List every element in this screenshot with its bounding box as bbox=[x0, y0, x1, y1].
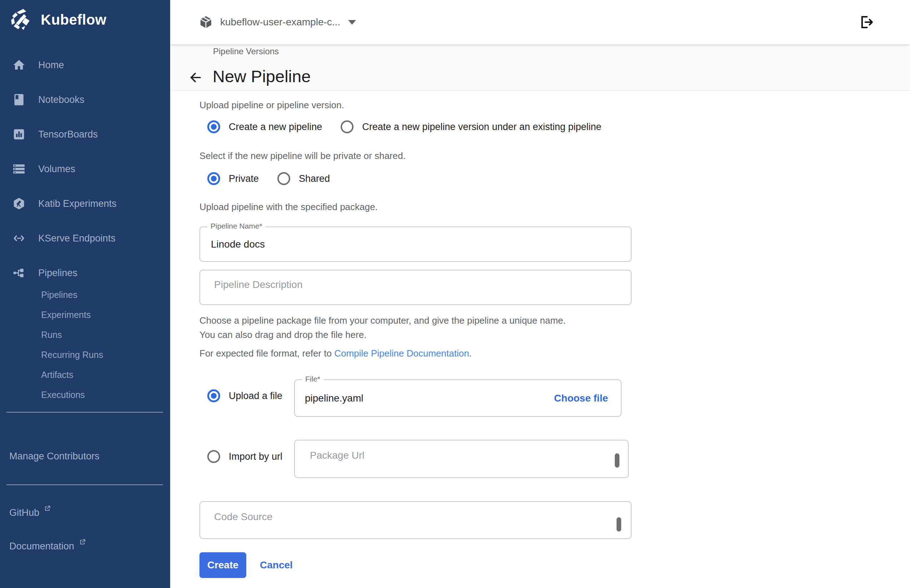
radio-create-new-pipeline[interactable] bbox=[207, 120, 220, 133]
radio-create-pipeline-version[interactable] bbox=[341, 120, 353, 133]
namespace-selector[interactable]: kubeflow-user-example-c... bbox=[199, 0, 356, 44]
sidebar-item-label: Katib Experiments bbox=[38, 198, 117, 209]
sidebar-item-label: Home bbox=[38, 60, 64, 71]
radio-label[interactable]: Import by url bbox=[229, 451, 282, 462]
sidebar-item-label: Documentation bbox=[9, 541, 74, 552]
file-format-suffix: . bbox=[469, 348, 471, 359]
sidebar-subitem-runs[interactable]: Runs bbox=[41, 325, 62, 345]
sidebar-subitem-label: Artifacts bbox=[41, 370, 73, 380]
external-link-icon bbox=[44, 505, 51, 512]
compile-pipeline-documentation-link[interactable]: Compile Pipeline Documentation bbox=[334, 348, 469, 359]
external-link-icon bbox=[79, 538, 86, 546]
package-url-field[interactable]: Package Url bbox=[294, 440, 629, 478]
top-bar: kubeflow-user-example-c... bbox=[170, 0, 910, 44]
logo-text: Kubeflow bbox=[41, 12, 107, 28]
sidebar-item-katib-experiments[interactable]: Katib Experiments bbox=[0, 186, 170, 221]
sidebar-item-label: GitHub bbox=[9, 507, 39, 519]
breadcrumb[interactable]: Pipeline Versions bbox=[213, 47, 279, 57]
sidebar-item-documentation[interactable]: Documentation bbox=[9, 541, 86, 552]
choose-file-button[interactable]: Choose file bbox=[554, 393, 608, 404]
radio-label[interactable]: Private bbox=[229, 173, 259, 184]
scrollbar-thumb[interactable] bbox=[615, 453, 619, 468]
file-field-label: File* bbox=[302, 375, 324, 383]
file-field-value: pipeline.yaml bbox=[305, 393, 363, 404]
sidebar-divider bbox=[6, 485, 163, 485]
package-cube-icon bbox=[199, 15, 213, 29]
import-by-url-radio-row: Import by url bbox=[207, 450, 282, 463]
sidebar-subitem-pipelines[interactable]: Pipelines bbox=[41, 285, 77, 305]
sidebar-subitem-experiments[interactable]: Experiments bbox=[41, 305, 91, 325]
pipeline-type-radio-group: Create a new pipeline Create a new pipel… bbox=[207, 120, 602, 133]
sidebar-subitem-label: Runs bbox=[41, 330, 62, 340]
sidebar-item-notebooks[interactable]: Notebooks bbox=[0, 82, 170, 117]
pipeline-name-field[interactable]: Pipeline Name* Linode docs bbox=[199, 226, 631, 262]
sidebar-item-label: Pipelines bbox=[38, 268, 78, 279]
pipeline-name-value: Linode docs bbox=[211, 239, 265, 250]
katib-hexagon-icon bbox=[12, 197, 26, 211]
radio-label[interactable]: Create a new pipeline version under an e… bbox=[362, 121, 601, 132]
code-source-field[interactable]: Code Source bbox=[199, 501, 631, 539]
radio-upload-a-file[interactable] bbox=[207, 389, 220, 402]
radio-import-by-url[interactable] bbox=[207, 450, 220, 463]
radio-label[interactable]: Shared bbox=[299, 173, 330, 184]
sidebar-item-label: TensorBoards bbox=[38, 129, 98, 140]
kubeflow-logo-icon bbox=[9, 8, 33, 31]
arrow-left-icon bbox=[188, 70, 203, 85]
page-header: Pipeline Versions New Pipeline bbox=[170, 44, 910, 91]
code-source-placeholder: Code Source bbox=[214, 511, 272, 523]
cancel-button[interactable]: Cancel bbox=[260, 559, 293, 571]
radio-private[interactable] bbox=[207, 172, 220, 185]
sidebar-item-pipelines[interactable]: Pipelines bbox=[0, 256, 170, 290]
pipeline-name-label: Pipeline Name* bbox=[207, 222, 266, 230]
sidebar-item-label: Volumes bbox=[38, 164, 75, 175]
back-button[interactable] bbox=[188, 70, 203, 85]
namespace-label: kubeflow-user-example-c... bbox=[220, 16, 340, 28]
page-title: New Pipeline bbox=[213, 66, 311, 86]
choose-file-help-line1: Choose a pipeline package file from your… bbox=[199, 313, 566, 328]
choose-file-help-text: Choose a pipeline package file from your… bbox=[199, 313, 566, 342]
package-prompt-text: Upload pipeline with the specified packa… bbox=[199, 202, 378, 213]
sidebar-subitem-label: Experiments bbox=[41, 310, 91, 320]
file-format-text: For expected file format, refer to Compi… bbox=[199, 348, 472, 359]
storage-icon bbox=[12, 162, 26, 176]
pipeline-description-field[interactable]: Pipeline Description bbox=[199, 270, 631, 305]
choose-file-help-line2: You can also drag and drop the file here… bbox=[199, 328, 566, 342]
scrollbar-thumb[interactable] bbox=[617, 517, 621, 531]
chevron-down-icon bbox=[348, 20, 356, 25]
bar-chart-icon bbox=[12, 127, 26, 141]
sidebar: Kubeflow Home Notebooks TensorBoards Vol bbox=[0, 0, 170, 588]
sidebar-subitem-artifacts[interactable]: Artifacts bbox=[41, 365, 73, 385]
sidebar-divider bbox=[6, 412, 163, 413]
file-field[interactable]: File* pipeline.yaml Choose file bbox=[294, 380, 622, 417]
sidebar-item-home[interactable]: Home bbox=[0, 48, 170, 82]
kubeflow-logo[interactable]: Kubeflow bbox=[9, 8, 107, 31]
sidebar-item-kserve-endpoints[interactable]: KServe Endpoints bbox=[0, 221, 170, 255]
sidebar-subitem-label: Recurring Runs bbox=[41, 350, 103, 360]
radio-shared[interactable] bbox=[277, 172, 290, 185]
sidebar-item-github[interactable]: GitHub bbox=[9, 507, 51, 519]
pipelines-flow-icon bbox=[12, 266, 26, 280]
upload-file-radio-row: Upload a file bbox=[207, 389, 282, 402]
package-url-placeholder: Package Url bbox=[310, 450, 364, 461]
sidebar-item-manage-contributors[interactable]: Manage Contributors bbox=[9, 451, 99, 462]
code-arrows-icon bbox=[12, 231, 26, 246]
sidebar-item-tensorboards[interactable]: TensorBoards bbox=[0, 117, 170, 152]
sidebar-subitem-label: Executions bbox=[41, 390, 85, 400]
logout-icon bbox=[858, 14, 875, 31]
sidebar-item-label: KServe Endpoints bbox=[38, 233, 115, 244]
sidebar-item-label: Notebooks bbox=[38, 94, 84, 105]
sidebar-item-label: Manage Contributors bbox=[9, 451, 99, 462]
create-button[interactable]: Create bbox=[199, 552, 246, 578]
sidebar-subitem-executions[interactable]: Executions bbox=[41, 385, 85, 405]
visibility-radio-group: Private Shared bbox=[207, 172, 330, 185]
sidebar-item-volumes[interactable]: Volumes bbox=[0, 152, 170, 186]
radio-label[interactable]: Upload a file bbox=[229, 391, 282, 402]
radio-label[interactable]: Create a new pipeline bbox=[229, 121, 322, 132]
kubeflow-new-pipeline-page: Kubeflow Home Notebooks TensorBoards Vol bbox=[0, 0, 910, 588]
sidebar-subitem-label: Pipelines bbox=[41, 290, 77, 300]
visibility-prompt-text: Select if the new pipeline will be priva… bbox=[199, 150, 406, 162]
notebook-icon bbox=[12, 92, 26, 107]
logout-button[interactable] bbox=[858, 14, 875, 31]
home-icon bbox=[12, 58, 26, 72]
sidebar-subitem-recurring-runs[interactable]: Recurring Runs bbox=[41, 345, 103, 365]
